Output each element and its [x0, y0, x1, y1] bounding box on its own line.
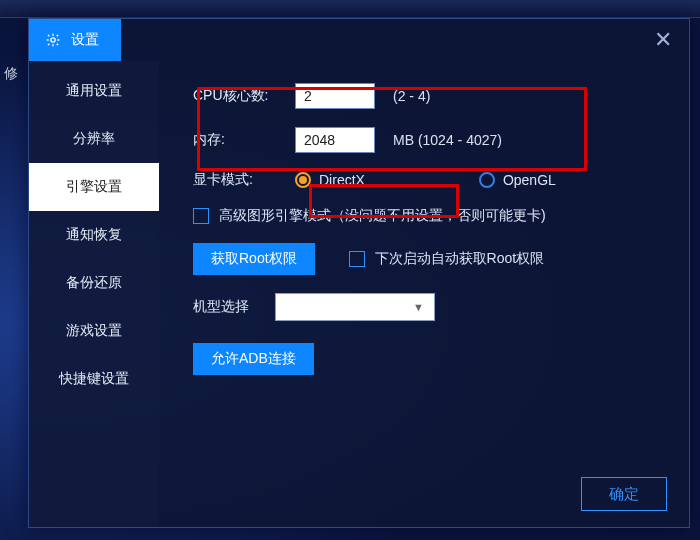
close-icon[interactable]: ✕	[651, 27, 675, 53]
sidebar-item-backup[interactable]: 备份还原	[29, 259, 159, 307]
checkbox-icon	[349, 251, 365, 267]
chevron-down-icon: ▼	[413, 301, 424, 313]
model-select[interactable]: ▼	[275, 293, 435, 321]
background-label: 修	[4, 65, 18, 83]
sidebar-item-label: 游戏设置	[66, 322, 122, 340]
dialog-title: 设置	[71, 31, 99, 49]
ok-button[interactable]: 确定	[581, 477, 667, 511]
sidebar-item-hotkey[interactable]: 快捷键设置	[29, 355, 159, 403]
checkbox-label: 下次启动自动获取Root权限	[375, 250, 545, 268]
settings-dialog: 设置 ✕ 通用设置 分辨率 引擎设置 通知恢复 备份还原 游戏设置 快捷键设置 …	[28, 18, 690, 528]
memory-input[interactable]	[295, 127, 375, 153]
sidebar-item-label: 通用设置	[66, 82, 122, 100]
sidebar-item-label: 备份还原	[66, 274, 122, 292]
auto-root-checkbox[interactable]: 下次启动自动获取Root权限	[349, 250, 545, 268]
memory-label: 内存:	[193, 131, 283, 149]
get-root-button[interactable]: 获取Root权限	[193, 243, 315, 275]
titlebar: 设置 ✕	[29, 19, 689, 61]
radio-label: DirectX	[319, 172, 365, 188]
title-tab: 设置	[29, 19, 121, 61]
sidebar-item-label: 快捷键设置	[59, 370, 129, 388]
checkbox-label: 高级图形引擎模式（没问题不用设置，否则可能更卡)	[219, 207, 546, 225]
sidebar-item-resolution[interactable]: 分辨率	[29, 115, 159, 163]
content-panel: CPU核心数: (2 - 4) 内存: MB (1024 - 4027) 显卡模…	[159, 61, 689, 527]
checkbox-icon	[193, 208, 209, 224]
sidebar-item-engine[interactable]: 引擎设置	[29, 163, 159, 211]
gpu-radio-directx[interactable]: DirectX	[295, 172, 365, 188]
allow-adb-button[interactable]: 允许ADB连接	[193, 343, 314, 375]
sidebar: 通用设置 分辨率 引擎设置 通知恢复 备份还原 游戏设置 快捷键设置	[29, 61, 159, 527]
sidebar-item-label: 通知恢复	[66, 226, 122, 244]
advanced-engine-checkbox[interactable]: 高级图形引擎模式（没问题不用设置，否则可能更卡)	[193, 207, 546, 225]
sidebar-item-general[interactable]: 通用设置	[29, 67, 159, 115]
cpu-range: (2 - 4)	[393, 88, 430, 104]
cpu-cores-input[interactable]	[295, 83, 375, 109]
radio-selected-icon	[295, 172, 311, 188]
gear-icon	[45, 32, 61, 48]
svg-point-0	[51, 38, 55, 42]
sidebar-item-notify[interactable]: 通知恢复	[29, 211, 159, 259]
gpu-radio-opengl[interactable]: OpenGL	[479, 172, 556, 188]
cpu-label: CPU核心数:	[193, 87, 283, 105]
radio-unselected-icon	[479, 172, 495, 188]
sidebar-item-label: 引擎设置	[66, 178, 122, 196]
radio-label: OpenGL	[503, 172, 556, 188]
sidebar-item-game[interactable]: 游戏设置	[29, 307, 159, 355]
sidebar-item-label: 分辨率	[73, 130, 115, 148]
memory-range: MB (1024 - 4027)	[393, 132, 502, 148]
model-label: 机型选择	[193, 298, 263, 316]
gpu-mode-label: 显卡模式:	[193, 171, 283, 189]
